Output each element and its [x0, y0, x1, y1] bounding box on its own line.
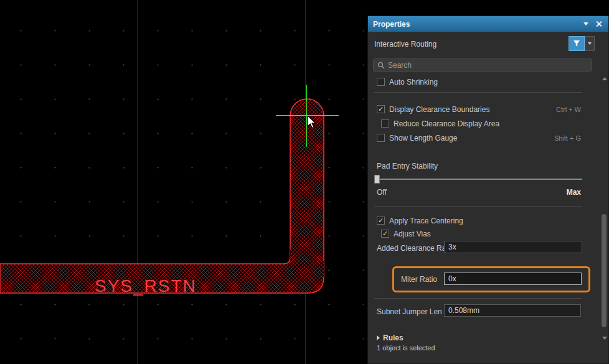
scrollbar-thumb[interactable]: [602, 214, 607, 327]
apply-trace-centering-label: Apply Trace Centering: [389, 217, 463, 225]
filter-dropdown-button[interactable]: [585, 36, 595, 51]
chevron-down-icon: [583, 22, 588, 26]
funnel-icon: [573, 40, 580, 47]
mode-label: Interactive Routing: [374, 40, 437, 49]
panel-header: Properties: [368, 16, 608, 32]
divider: [374, 92, 582, 93]
slider-min-label: Off: [377, 188, 387, 197]
divider: [374, 206, 582, 207]
pad-entry-stability-slider-track[interactable]: [375, 179, 582, 180]
auto-shrinking-label: Auto Shrinking: [389, 78, 438, 86]
display-clearance-boundaries-checkbox[interactable]: [377, 105, 385, 113]
scroll-up-button[interactable]: [602, 75, 608, 82]
adjust-vias-checkbox[interactable]: [381, 230, 389, 238]
auto-shrinking-checkbox[interactable]: [377, 78, 385, 86]
mouse-cursor-icon: [307, 115, 316, 129]
rules-section-header[interactable]: Rules: [377, 334, 404, 342]
properties-panel: Properties Interactive Routing Auto Shri…: [367, 16, 609, 364]
search-box: [373, 58, 592, 72]
close-icon: [596, 21, 602, 27]
miter-ratio-highlight-outline: [392, 266, 590, 292]
subnet-jumper-len-input[interactable]: [444, 304, 581, 317]
added-clearance-ratio-input[interactable]: [444, 241, 582, 253]
display-clearance-boundaries-label: Display Clearance Boundaries: [389, 105, 489, 114]
show-length-gauge-shortcut: Shift + G: [554, 134, 581, 142]
panel-title: Properties: [373, 20, 578, 29]
panel-collapse-button[interactable]: [581, 19, 591, 29]
scroll-down-button[interactable]: [602, 335, 608, 341]
reduce-clearance-display-area-label: Reduce Clearance Display Area: [394, 119, 499, 128]
chevron-up-icon: [602, 77, 607, 80]
pad-entry-stability-slider-thumb[interactable]: [374, 175, 380, 184]
chevron-right-icon: [377, 335, 380, 340]
adjust-vias-label: Adjust Vias: [394, 230, 431, 238]
apply-trace-centering-checkbox[interactable]: [377, 217, 385, 225]
panel-close-button[interactable]: [593, 19, 603, 29]
search-input[interactable]: [388, 61, 592, 70]
slider-max-label: Max: [567, 188, 581, 197]
chevron-down-icon: [602, 337, 607, 340]
show-length-gauge-checkbox[interactable]: [377, 134, 385, 142]
show-length-gauge-label: Show Length Gauge: [389, 134, 457, 142]
selection-status: 1 object is selected: [377, 344, 435, 352]
display-clearance-shortcut: Ctrl + W: [556, 106, 581, 113]
filter-button[interactable]: [569, 36, 585, 51]
added-clearance-ratio-label: Added Clearance Ratio: [377, 244, 454, 253]
pad-entry-stability-label: Pad Entry Stability: [377, 162, 438, 170]
rules-section-label: Rules: [383, 334, 404, 342]
chevron-down-icon: [588, 42, 592, 45]
divider: [374, 298, 582, 299]
search-icon: [377, 62, 385, 69]
reduce-clearance-display-area-checkbox[interactable]: [381, 119, 389, 128]
net-label: SYS_RSTN: [95, 276, 197, 296]
subnet-jumper-len-label: Subnet Jumper Len: [377, 307, 442, 316]
